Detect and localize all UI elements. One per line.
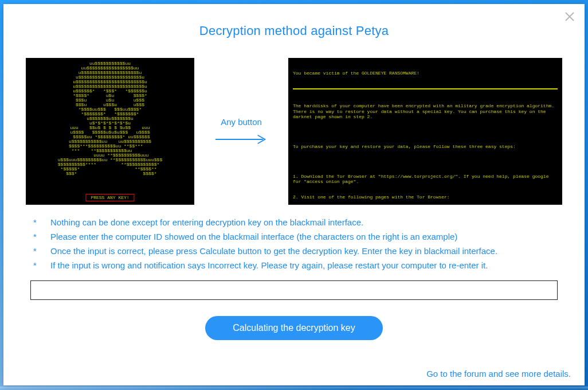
desktop-background: Decryption method against Petya uu$$$$$$…: [0, 0, 588, 390]
bullet-star: *: [33, 232, 50, 241]
bullet-text: If the input is wrong and notification s…: [50, 260, 585, 270]
bullet-star: *: [33, 217, 50, 227]
list-item: * Once the input is correct, please pres…: [33, 246, 585, 256]
modal-title: Decryption method against Petya: [3, 4, 585, 38]
taskbar-edge: [0, 387, 588, 390]
ransom-step1: 1. Download the Tor Browser at "https://…: [293, 174, 558, 184]
close-button[interactable]: [564, 11, 575, 22]
bullet-star: *: [33, 260, 50, 270]
bullet-text: Nothing can be done except for entering …: [50, 217, 585, 227]
divider: [293, 88, 558, 89]
decryption-modal: Decryption method against Petya uu$$$$$$…: [3, 4, 585, 385]
bullet-star: *: [33, 246, 50, 256]
ransom-step2: 2. Visit one of the following pages with…: [293, 194, 558, 200]
ransom-note-terminal: You became victim of the GOLDENEYE RANSO…: [288, 58, 562, 205]
screenshot-row: uu$$$$$$$$$$$uu uu$$$$$$$$$$$$$$$$$uu u$…: [3, 58, 585, 205]
list-item: * If the input is wrong and notification…: [33, 260, 585, 270]
arrow-right-icon: [215, 132, 267, 146]
arrow-label: Any button: [221, 117, 262, 127]
bullet-text: Please enter the computer ID showed on t…: [50, 232, 585, 241]
ransom-para2: To purchase your key and restore your da…: [293, 144, 558, 149]
calculate-button[interactable]: Calculating the decryption key: [205, 316, 382, 340]
close-icon: [564, 11, 575, 22]
ascii-skull-art: uu$$$$$$$$$$$uu uu$$$$$$$$$$$$$$$$$uu u$…: [58, 61, 162, 176]
arrow-column: Any button: [207, 117, 276, 146]
bullet-text: Once the input is correct, please press …: [50, 246, 585, 256]
list-item: * Nothing can be done except for enterin…: [33, 217, 585, 227]
ransom-header: You became victim of the GOLDENEYE RANSO…: [293, 71, 558, 76]
press-any-key-label: PRESS ANY KEY!: [85, 194, 134, 201]
computer-id-input[interactable]: [30, 280, 558, 300]
petya-skull-terminal: uu$$$$$$$$$$$uu uu$$$$$$$$$$$$$$$$$uu u$…: [26, 58, 194, 205]
list-item: * Please enter the computer ID showed on…: [33, 232, 585, 241]
forum-link[interactable]: Go to the forum and see more details.: [426, 369, 571, 379]
instruction-list: * Nothing can be done except for enterin…: [33, 217, 585, 270]
ransom-para1: The harddisks of your computer have been…: [293, 103, 558, 119]
